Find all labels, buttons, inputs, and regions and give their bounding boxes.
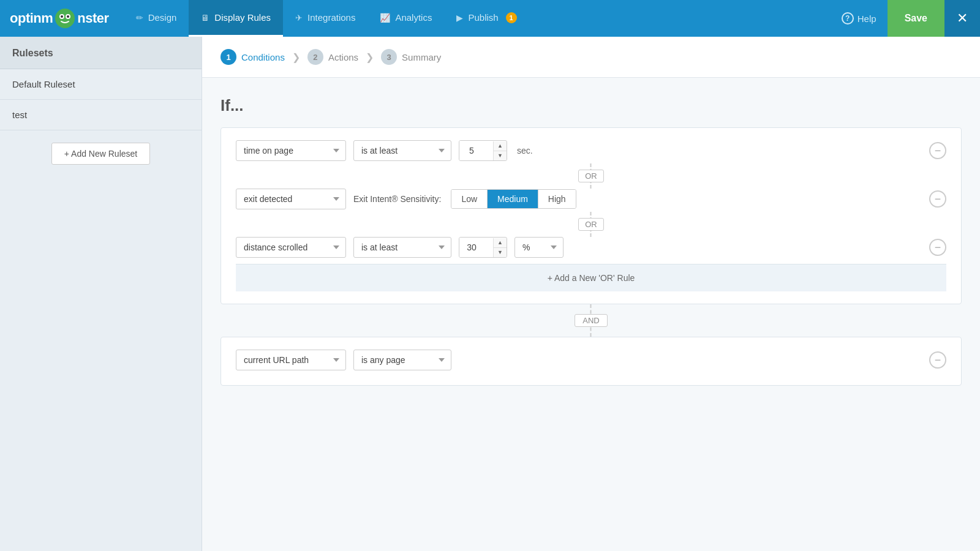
condition-select-g2-1[interactable]: current URL path time on page exit detec… [236,350,346,370]
spinner-down-1[interactable]: ▼ [494,151,507,160]
svg-point-0 [55,9,75,28]
help-circle-icon: ? [842,12,854,24]
step-2-num: 2 [307,49,323,65]
rule-row-group2-1: current URL path time on page exit detec… [236,350,946,370]
operator-select-3[interactable]: is at least is less than is exactly [353,237,451,258]
step-1-label: Conditions [241,52,285,62]
nav-display-rules[interactable]: 🖥 Display Rules [189,0,283,37]
and-divider: AND [221,304,962,337]
close-icon: ✕ [957,10,968,26]
sensitivity-high[interactable]: High [538,190,576,208]
operator-select-1[interactable]: is at least is less than is exactly [353,140,451,161]
if-label: If... [221,96,962,115]
steps-bar: 1 Conditions ❯ 2 Actions ❯ 3 Summary [202,37,980,78]
condition-select-1[interactable]: time on page exit detected distance scro… [236,140,346,161]
operator-select-g2-1[interactable]: is any page is at least contains [353,350,451,370]
step-actions[interactable]: 2 Actions [307,49,358,65]
step-2-label: Actions [328,52,358,62]
main-content: 1 Conditions ❯ 2 Actions ❯ 3 Summary If.… [202,37,980,551]
or-badge-1: OR [578,170,604,182]
step-3-num: 3 [381,49,397,65]
remove-rule-1[interactable]: − [929,142,946,159]
logo: optinm nster [10,7,109,29]
remove-rule-3[interactable]: − [929,239,946,256]
analytics-icon: 📈 [380,13,390,23]
content-area: If... time on page exit detected distanc… [202,78,980,410]
main-layout: Rulesets Default Ruleset test + Add New … [0,37,980,551]
nav-help[interactable]: ? Help [831,12,888,24]
step-arrow-1: ❯ [292,51,300,63]
spinner-up-3[interactable]: ▲ [494,238,507,248]
nav-design[interactable]: ✏ Design [124,0,189,37]
nav-right: ? Help Save ✕ [831,0,980,37]
svg-point-3 [61,15,63,18]
remove-rule-2[interactable]: − [929,190,946,208]
rule-row-1: time on page exit detected distance scro… [236,140,946,161]
add-ruleset-button[interactable]: + Add New Ruleset [51,143,150,165]
sidebar-header: Rulesets [0,37,202,69]
sidebar-item-test[interactable]: test [0,100,202,130]
or-badge-2: OR [578,218,604,231]
or-divider-1: OR [236,163,946,189]
sensitivity-buttons: Low Medium High [451,189,576,209]
step-1-num: 1 [221,49,236,65]
and-badge: AND [575,314,607,327]
rule-group-1: time on page exit detected distance scro… [221,127,962,304]
spinner-down-3[interactable]: ▼ [494,248,507,257]
close-button[interactable]: ✕ [944,0,980,37]
remove-rule-g2-1[interactable]: − [929,351,946,369]
unit-label-1: sec. [517,146,533,156]
rule-row-3: distance scrolled time on page exit dete… [236,237,946,258]
nav-integrations[interactable]: ✈ Integrations [283,0,368,37]
step-summary[interactable]: 3 Summary [381,49,441,65]
unit-select-3[interactable]: % px [514,237,564,258]
rule-row-2: exit detected time on page distance scro… [236,189,946,209]
condition-select-2[interactable]: exit detected time on page distance scro… [236,189,346,209]
svg-point-4 [67,15,69,18]
sensitivity-label: Exit Intent® Sensitivity: [353,194,441,204]
add-or-rule-button[interactable]: + Add a New 'OR' Rule [236,264,946,291]
step-arrow-2: ❯ [366,51,374,63]
step-3-label: Summary [402,52,441,62]
number-spinners-3: ▲ ▼ [493,238,507,257]
step-conditions[interactable]: 1 Conditions [221,49,285,65]
design-icon: ✏ [136,13,143,23]
nav-items: ✏ Design 🖥 Display Rules ✈ Integrations … [124,0,831,37]
publish-icon: ▶ [456,13,463,23]
sensitivity-low[interactable]: Low [451,190,488,208]
rule-group-2: current URL path time on page exit detec… [221,337,962,386]
number-spinners-1: ▲ ▼ [493,141,507,160]
integrations-icon: ✈ [295,13,303,23]
sensitivity-medium[interactable]: Medium [488,190,538,208]
sidebar-item-default-ruleset[interactable]: Default Ruleset [0,69,202,100]
value-input-3[interactable] [459,238,493,257]
publish-badge: 1 [506,12,517,23]
condition-select-3[interactable]: distance scrolled time on page exit dete… [236,237,346,258]
top-navigation: optinm nster ✏ Design 🖥 Display Rules ✈ … [0,0,980,37]
nav-publish[interactable]: ▶ Publish 1 [444,0,529,37]
logo-monster-icon [54,7,76,29]
spinner-up-1[interactable]: ▲ [494,141,507,151]
value-input-wrapper-3: ▲ ▼ [459,237,507,258]
save-button[interactable]: Save [888,0,944,37]
or-divider-2: OR [236,212,946,237]
display-rules-icon: 🖥 [201,13,209,23]
nav-analytics[interactable]: 📈 Analytics [368,0,444,37]
value-input-1[interactable] [459,141,493,160]
sidebar: Rulesets Default Ruleset test + Add New … [0,37,202,551]
value-input-wrapper-1: ▲ ▼ [459,140,507,161]
